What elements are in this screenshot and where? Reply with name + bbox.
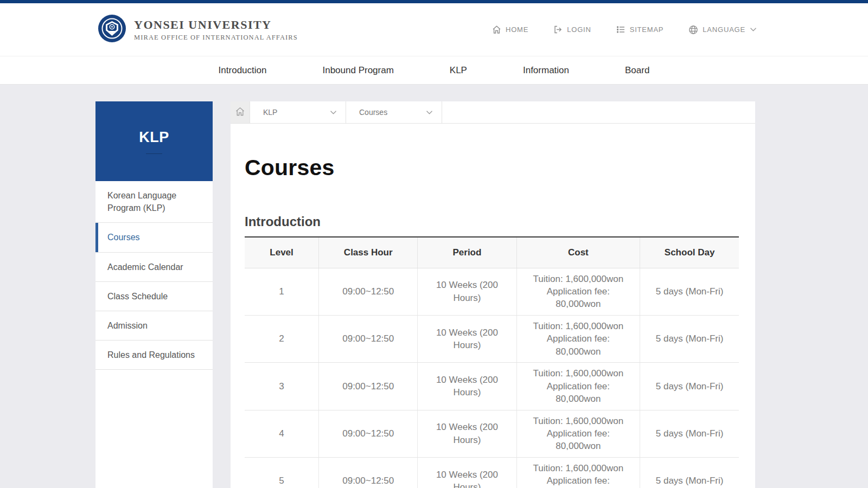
login-label: LOGIN xyxy=(567,25,591,34)
table-row: 4 09:00~12:50 10 Weeks (200 Hours) Tuiti… xyxy=(245,410,739,457)
table-row: 2 09:00~12:50 10 Weeks (200 Hours) Tuiti… xyxy=(245,315,739,362)
section-title-introduction: Introduction xyxy=(245,214,739,229)
sidebar-title-underline xyxy=(146,153,162,154)
sidebar-title-panel: KLP xyxy=(95,101,213,181)
chevron-down-icon xyxy=(750,27,757,32)
sidebar-item-class-schedule[interactable]: Class Schedule xyxy=(95,282,213,311)
cell-period: 10 Weeks (200 Hours) xyxy=(418,457,516,488)
cell-class-hour: 09:00~12:50 xyxy=(319,410,418,457)
cell-class-hour: 09:00~12:50 xyxy=(319,268,418,315)
cell-cost: Tuition: 1,600,000won Application fee: 8… xyxy=(516,315,640,362)
cell-cost: Tuition: 1,600,000won Application fee: 8… xyxy=(516,268,640,315)
sidebar-item-academic-calendar[interactable]: Academic Calendar xyxy=(95,253,213,282)
logo-wordmark: YONSEI UNIVERSITY MIRAE OFFICE OF INTERN… xyxy=(134,18,298,42)
nav-item-board[interactable]: Board xyxy=(625,65,649,76)
table-header-row: Level Class Hour Period Cost School Day xyxy=(245,237,739,268)
logo-title: YONSEI UNIVERSITY xyxy=(134,18,298,32)
login-icon xyxy=(553,25,563,34)
cell-class-hour: 09:00~12:50 xyxy=(319,363,418,410)
login-link[interactable]: LOGIN xyxy=(553,25,591,34)
breadcrumb-dropdown-klp[interactable]: KLP xyxy=(250,101,346,123)
cell-cost: Tuition: 1,600,000won Application fee: 8… xyxy=(516,410,640,457)
column-header-school-day: School Day xyxy=(640,237,739,268)
nav-item-information[interactable]: Information xyxy=(523,65,569,76)
logo-subtitle: MIRAE OFFICE OF INTERNATIONAL AFFAIRS xyxy=(134,34,298,42)
language-label: LANGUAGE xyxy=(703,25,745,34)
breadcrumb-home-icon xyxy=(235,106,245,119)
cell-cost: Tuition: 1,600,000won Application fee: 8… xyxy=(516,363,640,410)
sidebar-item-admission[interactable]: Admission xyxy=(95,311,213,341)
cell-level: 5 xyxy=(245,457,319,488)
sitemap-link[interactable]: SITEMAP xyxy=(616,25,664,34)
home-link[interactable]: HOME xyxy=(492,25,528,34)
cell-cost: Tuition: 1,600,000won Application fee: 8… xyxy=(516,457,640,488)
sidebar-item-courses[interactable]: Courses xyxy=(95,223,213,252)
home-label: HOME xyxy=(506,25,528,34)
cell-class-hour: 09:00~12:50 xyxy=(319,315,418,362)
home-icon xyxy=(492,25,501,34)
breadcrumb-home-button[interactable] xyxy=(231,101,250,123)
cell-level: 4 xyxy=(245,410,319,457)
content-area: Courses Introduction Level Class Hour Pe… xyxy=(231,124,755,488)
sitemap-icon xyxy=(616,25,626,34)
cell-school-day: 5 days (Mon-Fri) xyxy=(640,268,739,315)
table-row: 5 09:00~12:50 10 Weeks (200 Hours) Tuiti… xyxy=(245,457,739,488)
chevron-down-icon xyxy=(426,108,433,117)
cell-class-hour: 09:00~12:50 xyxy=(319,457,418,488)
table-row: 1 09:00~12:50 10 Weeks (200 Hours) Tuiti… xyxy=(245,268,739,315)
sidebar-item-korean-language-program[interactable]: Korean Language Program (KLP) xyxy=(95,181,213,223)
chevron-down-icon xyxy=(330,108,337,117)
cell-school-day: 5 days (Mon-Fri) xyxy=(640,315,739,362)
language-dropdown[interactable]: LANGUAGE xyxy=(688,25,757,35)
column-header-class-hour: Class Hour xyxy=(319,237,418,268)
cell-period: 10 Weeks (200 Hours) xyxy=(418,410,516,457)
nav-item-inbound-program[interactable]: Inbound Program xyxy=(322,65,393,76)
nav-item-introduction[interactable]: Introduction xyxy=(219,65,267,76)
breadcrumb-klp-label: KLP xyxy=(263,108,277,117)
sidebar: KLP Korean Language Program (KLP) Course… xyxy=(95,101,213,488)
nav-item-klp[interactable]: KLP xyxy=(450,65,467,76)
globe-icon xyxy=(688,25,698,35)
breadcrumb-dropdown-courses[interactable]: Courses xyxy=(346,101,442,123)
cell-level: 2 xyxy=(245,315,319,362)
sidebar-item-rules-and-regulations[interactable]: Rules and Regulations xyxy=(95,341,213,370)
page-body: KLP Korean Language Program (KLP) Course… xyxy=(0,85,868,488)
column-header-period: Period xyxy=(418,237,516,268)
cell-school-day: 5 days (Mon-Fri) xyxy=(640,410,739,457)
cell-period: 10 Weeks (200 Hours) xyxy=(418,268,516,315)
sidebar-title: KLP xyxy=(139,129,169,146)
sitemap-label: SITEMAP xyxy=(630,25,664,34)
course-table: Level Class Hour Period Cost School Day … xyxy=(245,236,739,488)
cell-period: 10 Weeks (200 Hours) xyxy=(418,363,516,410)
column-header-level: Level xyxy=(245,237,319,268)
breadcrumb-courses-label: Courses xyxy=(359,108,387,117)
university-seal-icon xyxy=(98,14,126,45)
header-utilities: HOME LOGIN SITEMAP xyxy=(492,25,757,35)
page-title: Courses xyxy=(245,155,739,181)
site-header: YONSEI UNIVERSITY MIRAE OFFICE OF INTERN… xyxy=(0,3,868,56)
column-header-cost: Cost xyxy=(516,237,640,268)
content-card: KLP Courses Courses Introduction xyxy=(231,101,755,488)
table-row: 3 09:00~12:50 10 Weeks (200 Hours) Tuiti… xyxy=(245,363,739,410)
university-logo[interactable]: YONSEI UNIVERSITY MIRAE OFFICE OF INTERN… xyxy=(98,14,298,45)
cell-level: 1 xyxy=(245,268,319,315)
cell-school-day: 5 days (Mon-Fri) xyxy=(640,457,739,488)
breadcrumb: KLP Courses xyxy=(231,101,755,124)
cell-period: 10 Weeks (200 Hours) xyxy=(418,315,516,362)
cell-level: 3 xyxy=(245,363,319,410)
main-navigation: Introduction Inbound Program KLP Informa… xyxy=(0,56,868,85)
cell-school-day: 5 days (Mon-Fri) xyxy=(640,363,739,410)
